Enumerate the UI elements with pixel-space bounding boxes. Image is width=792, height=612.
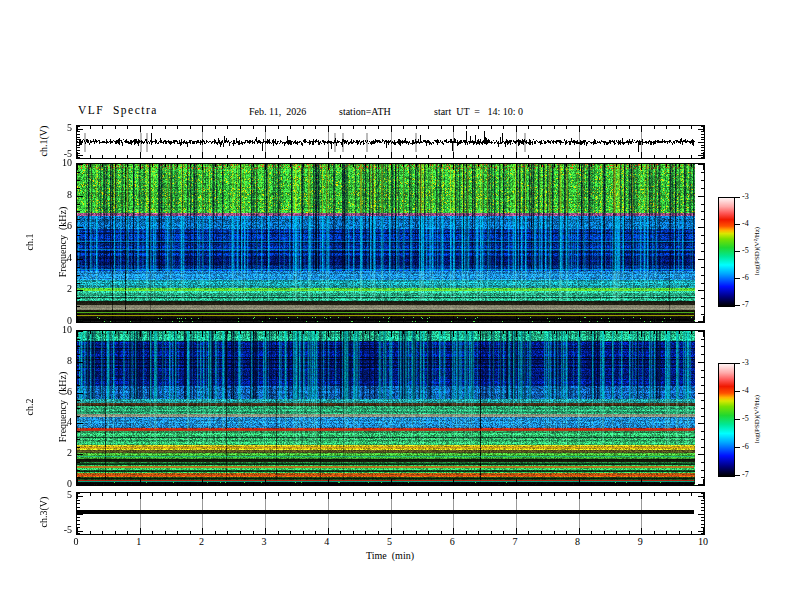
ch2-label-line2: Frequency (kHz) [57,372,68,443]
vlf-spectra-figure: VLF Spectra Feb. 11, 2026 station=ATH st… [0,0,792,612]
ytick-ch2_spec-6: 6 [40,386,72,397]
ch3-waveform-canvas [77,493,704,534]
ytick-ch1_spec-8: 8 [40,189,72,200]
ch3-waveform-panel [76,492,705,535]
ytick-ch2_spec-0: 0 [40,478,72,489]
colorbar-ch2 [718,363,735,477]
plot-station: station=ATH [339,106,391,117]
colorbar-tick-mark [735,197,740,198]
colorbar-label-ch1: log(PSD)(V²/Hz) [753,227,761,275]
ch2-spectrogram-ylabel: ch.2 Frequency (kHz) [2,372,90,443]
x-axis-title: Time (min) [366,550,414,561]
xtick-7: 7 [512,536,517,547]
ch1-waveform-panel [76,125,705,159]
colorbar-tick-cb2--4: -4 [742,386,749,395]
colorbar-tick-mark [735,391,740,392]
ytick-ch2_spec-8: 8 [40,355,72,366]
colorbar-tick-cb1--7: -7 [742,300,749,309]
ch2-label-line1: ch.2 [24,372,35,443]
colorbar-tick-cb1--5: -5 [742,246,749,255]
colorbar-tick-mark [735,305,740,306]
ytick-ch1_spec-4: 4 [40,252,72,263]
colorbar-tick-mark [735,251,740,252]
ch1-spectrogram-canvas [77,164,704,322]
xtick-8: 8 [575,536,580,547]
xtick-10: 10 [698,536,708,547]
plot-title: VLF Spectra [78,104,158,116]
colorbar-ch1 [718,197,735,307]
colorbar-tick-cb2--6: -6 [742,442,749,451]
ch1-label-line1: ch.1 [24,207,35,278]
ch1-spectrogram-panel [76,163,705,323]
colorbar-tick-mark [735,447,740,448]
ytick-ch2_spec-4: 4 [40,416,72,427]
colorbar-tick-mark [735,363,740,364]
colorbar-tick-mark [735,475,740,476]
xtick-9: 9 [638,536,643,547]
colorbar-tick-cb2--5: -5 [742,414,749,423]
colorbar-tick-mark [735,419,740,420]
ch2-spectrogram-canvas [77,331,704,485]
colorbar-tick-cb1--6: -6 [742,273,749,282]
ytick-ch1_spec-6: 6 [40,220,72,231]
xtick-3: 3 [262,536,267,547]
ytick-ch2_spec-10: 10 [40,324,72,335]
ytick-ch3_wave--5: -5 [40,524,72,535]
xtick-5: 5 [387,536,392,547]
colorbar-tick-cb1--3: -3 [742,192,749,201]
ytick-ch1_spec-2: 2 [40,283,72,294]
ch1-label-line2: Frequency (kHz) [57,207,68,278]
colorbar-tick-mark [735,278,740,279]
xtick-4: 4 [324,536,329,547]
xtick-1: 1 [136,536,141,547]
colorbar-tick-cb2--3: -3 [742,358,749,367]
colorbar-tick-cb1--4: -4 [742,219,749,228]
xtick-2: 2 [199,536,204,547]
ch1-spectrogram-ylabel: ch.1 Frequency (kHz) [2,207,90,278]
plot-date: Feb. 11, 2026 [249,106,306,117]
ytick-ch2_spec-2: 2 [40,447,72,458]
colorbar-tick-mark [735,224,740,225]
ytick-ch1_spec-10: 10 [40,157,72,168]
xtick-0: 0 [74,536,79,547]
plot-start-ut: start UT = 14: 10: 0 [434,106,523,117]
colorbar-tick-cb2--7: -7 [742,470,749,479]
ch2-spectrogram-panel [76,330,705,486]
ytick-ch1_wave-5: 5 [40,122,72,133]
ch1-waveform-canvas [77,126,704,158]
colorbar-label-ch2: log(PSD)(V²/Hz) [753,395,761,443]
ytick-ch3_wave-5: 5 [40,489,72,500]
xtick-6: 6 [450,536,455,547]
